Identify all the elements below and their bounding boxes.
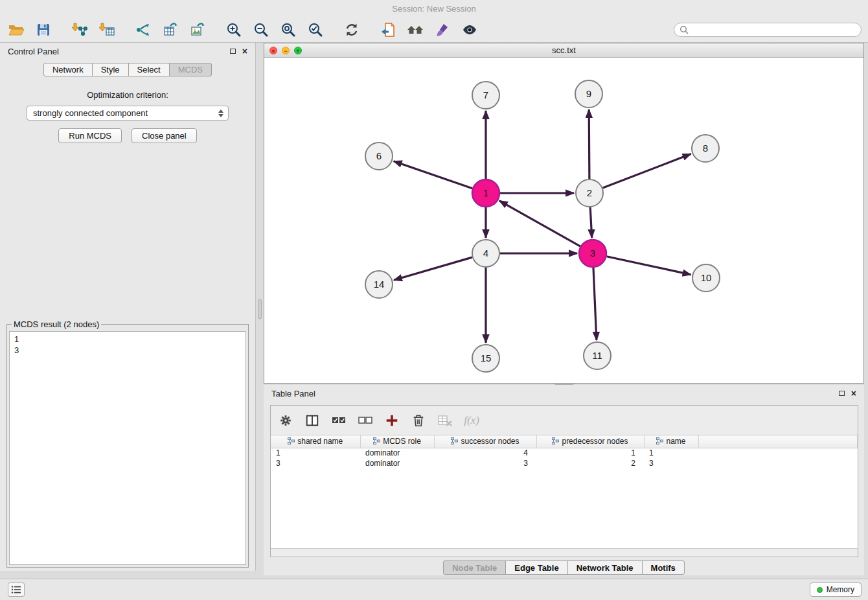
column-header-mcds-role[interactable]: MCDS role bbox=[360, 435, 434, 448]
criterion-dropdown[interactable]: strongly connected component bbox=[27, 106, 229, 121]
network-window-titlebar[interactable]: × − + scc.txt bbox=[264, 43, 863, 58]
first-neighbors-button[interactable] bbox=[405, 21, 425, 39]
zoom-fit-button[interactable] bbox=[279, 21, 298, 39]
save-icon bbox=[36, 22, 51, 38]
graph-node-4[interactable]: 4 bbox=[472, 240, 499, 267]
table-cell[interactable]: 3 bbox=[644, 458, 698, 468]
export-image-button[interactable] bbox=[188, 21, 207, 39]
table-cell[interactable]: 1 bbox=[536, 448, 644, 458]
graph-edge-2-9[interactable] bbox=[589, 110, 589, 179]
zoom-window-icon[interactable]: + bbox=[294, 47, 302, 54]
tab-style[interactable]: Style bbox=[92, 63, 129, 76]
column-header-predecessor-nodes[interactable]: predecessor nodes bbox=[536, 435, 644, 448]
import-network-button[interactable] bbox=[70, 21, 89, 39]
network-canvas[interactable]: 7968124314101511 bbox=[264, 58, 863, 383]
graph-edge-4-14[interactable] bbox=[394, 257, 472, 280]
float-panel-icon[interactable] bbox=[230, 49, 236, 54]
table-row[interactable]: 3dominator323 bbox=[271, 458, 858, 468]
table-cell[interactable]: dominator bbox=[360, 448, 434, 458]
column-header-successor-nodes[interactable]: successor nodes bbox=[434, 435, 536, 448]
column-type-icon bbox=[552, 437, 559, 444]
graph-node-7[interactable]: 7 bbox=[472, 82, 499, 109]
tab-motifs[interactable]: Motifs bbox=[642, 560, 685, 575]
mcds-result-text[interactable]: 1 3 bbox=[9, 331, 246, 565]
tab-edge-table[interactable]: Edge Table bbox=[505, 560, 567, 575]
graph-node-1[interactable]: 1 bbox=[472, 179, 499, 207]
show-hide-button[interactable] bbox=[460, 21, 479, 39]
close-panel-icon[interactable]: × bbox=[242, 47, 247, 56]
function-builder-button[interactable]: f(x) bbox=[463, 412, 480, 429]
select-all-button[interactable] bbox=[330, 412, 347, 429]
show-columns-button[interactable] bbox=[304, 412, 321, 429]
save-session-button[interactable] bbox=[34, 21, 53, 39]
table-cell[interactable]: 3 bbox=[434, 458, 536, 468]
zoom-in-button[interactable] bbox=[224, 21, 244, 39]
node-label: 3 bbox=[590, 248, 595, 259]
table-cell[interactable]: 2 bbox=[536, 458, 644, 468]
close-panel-button[interactable]: Close panel bbox=[131, 128, 197, 143]
graph-node-8[interactable]: 8 bbox=[692, 135, 719, 162]
tab-node-table[interactable]: Node Table bbox=[443, 560, 506, 575]
export-table-button[interactable] bbox=[161, 21, 180, 39]
table-settings-button[interactable] bbox=[277, 412, 294, 429]
columns-icon bbox=[305, 413, 319, 428]
float-table-panel-icon[interactable] bbox=[839, 391, 845, 396]
node-label: 9 bbox=[586, 88, 591, 99]
close-table-panel-icon[interactable]: × bbox=[851, 389, 856, 398]
export-network-button[interactable] bbox=[378, 21, 398, 39]
table-cell[interactable]: 3 bbox=[271, 458, 360, 468]
table-cell[interactable]: 1 bbox=[644, 448, 698, 458]
delete-column-button[interactable] bbox=[410, 412, 427, 429]
splitter-handle[interactable] bbox=[258, 299, 262, 319]
column-header-shared-name[interactable]: shared name bbox=[271, 435, 360, 448]
minimize-window-icon[interactable]: − bbox=[282, 47, 290, 54]
open-session-button[interactable] bbox=[6, 21, 26, 39]
graph-edge-2-8[interactable] bbox=[603, 154, 691, 189]
graph-node-3[interactable]: 3 bbox=[579, 240, 606, 267]
import-table-button[interactable] bbox=[97, 21, 117, 39]
graph-node-2[interactable]: 2 bbox=[576, 179, 603, 207]
graph-node-11[interactable]: 11 bbox=[584, 342, 611, 369]
run-mcds-button[interactable]: Run MCDS bbox=[58, 128, 122, 143]
graph-node-9[interactable]: 9 bbox=[575, 80, 602, 108]
control-panel: Control Panel × NetworkStyleSelectMCDS O… bbox=[0, 43, 256, 571]
zoom-selected-button[interactable] bbox=[306, 21, 325, 39]
tab-mcds[interactable]: MCDS bbox=[169, 63, 212, 76]
task-history-button[interactable] bbox=[8, 583, 25, 597]
table-cell[interactable]: 4 bbox=[434, 448, 536, 458]
table-panel: Table Panel × bbox=[264, 385, 864, 575]
graph-node-14[interactable]: 14 bbox=[365, 271, 393, 298]
table-horizontal-scrollbar[interactable] bbox=[271, 548, 858, 557]
node-label: 11 bbox=[592, 350, 602, 361]
table-cell[interactable]: 1 bbox=[271, 448, 360, 458]
network-from-selection-button[interactable] bbox=[133, 21, 153, 39]
delete-table-button[interactable] bbox=[437, 412, 453, 429]
graph-edge-3-10[interactable] bbox=[607, 257, 691, 275]
main-toolbar bbox=[0, 17, 868, 43]
zoom-out-button[interactable] bbox=[251, 21, 271, 39]
graph-node-6[interactable]: 6 bbox=[365, 143, 393, 170]
tab-select[interactable]: Select bbox=[128, 63, 170, 76]
node-label: 6 bbox=[376, 150, 382, 161]
graph-edge-3-11[interactable] bbox=[593, 268, 597, 340]
table-row[interactable]: 1dominator411 bbox=[271, 448, 858, 458]
graph-edge-2-3[interactable] bbox=[590, 207, 592, 238]
deselect-all-button[interactable] bbox=[357, 412, 374, 429]
graph-node-10[interactable]: 10 bbox=[692, 264, 720, 292]
add-column-button[interactable] bbox=[383, 412, 400, 429]
refresh-layout-button[interactable] bbox=[342, 21, 361, 39]
vertical-splitter[interactable] bbox=[257, 43, 264, 571]
apply-style-button[interactable] bbox=[433, 21, 452, 39]
graph-edge-1-6[interactable] bbox=[394, 161, 473, 189]
column-header-name[interactable]: name bbox=[644, 435, 698, 448]
criterion-dropdown-value: strongly connected component bbox=[33, 108, 148, 118]
memory-button[interactable]: Memory bbox=[810, 583, 862, 597]
search-input[interactable] bbox=[692, 25, 856, 35]
tab-network[interactable]: Network bbox=[43, 63, 93, 76]
table-cell[interactable]: dominator bbox=[360, 458, 434, 468]
tab-network-table[interactable]: Network Table bbox=[567, 560, 643, 575]
close-window-icon[interactable]: × bbox=[269, 47, 277, 54]
graph-node-15[interactable]: 15 bbox=[472, 345, 499, 372]
network-window-title: scc.txt bbox=[552, 45, 576, 55]
graph-edge-3-1[interactable] bbox=[499, 201, 580, 246]
